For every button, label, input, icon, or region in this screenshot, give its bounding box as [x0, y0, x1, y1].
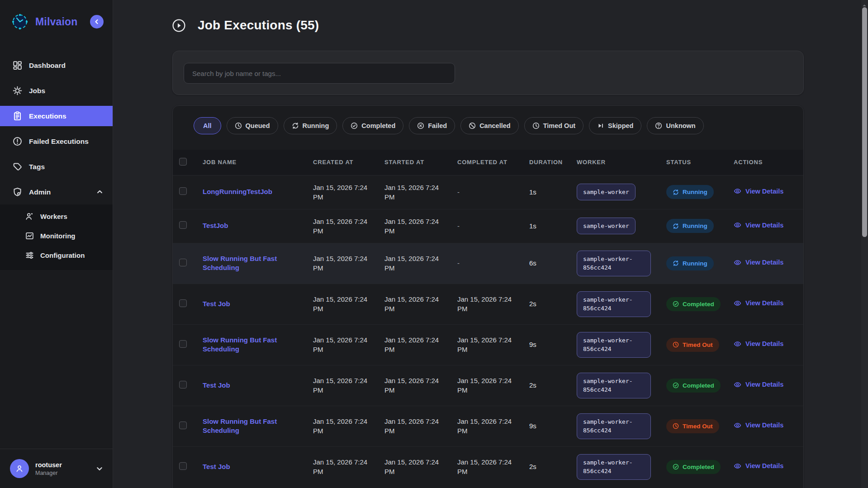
- eye-icon: [734, 221, 741, 229]
- created-at: Jan 15, 2026 7:24 PM: [313, 254, 368, 273]
- clock-icon: [235, 122, 242, 129]
- play-circle-icon: [172, 19, 186, 33]
- row-checkbox[interactable]: [179, 187, 187, 195]
- filter-chip-cancelled[interactable]: Cancelled: [460, 117, 519, 134]
- sidebar-collapse-button[interactable]: [90, 15, 104, 28]
- sidebar-item-dashboard[interactable]: Dashboard: [0, 55, 113, 76]
- eye-icon: [734, 340, 741, 348]
- row-checkbox[interactable]: [179, 381, 187, 389]
- view-details-link[interactable]: View Details: [734, 422, 783, 429]
- view-details-link[interactable]: View Details: [734, 299, 783, 307]
- sidebar-item-tags[interactable]: Tags: [0, 156, 113, 177]
- worker-badge: sample-worker: [577, 218, 636, 235]
- column-header-worker: WORKER: [577, 150, 666, 175]
- row-checkbox[interactable]: [179, 422, 187, 429]
- sidebar-item-failed-executions[interactable]: Failed Executions: [0, 131, 113, 152]
- filter-chip-running[interactable]: Running: [284, 117, 337, 134]
- created-at: Jan 15, 2026 7:24 PM: [313, 294, 368, 313]
- select-all-checkbox[interactable]: [179, 158, 187, 166]
- monitoring-icon: [25, 232, 34, 240]
- completed-at: -: [457, 259, 460, 267]
- chip-label: Failed: [428, 122, 447, 129]
- completed-at: -: [457, 188, 460, 196]
- created-at: Jan 15, 2026 7:24 PM: [313, 217, 368, 236]
- table-row: Slow Running But Fast Scheduling Jan 15,…: [173, 243, 804, 284]
- started-at: Jan 15, 2026 7:24 PM: [384, 376, 440, 395]
- chip-label: All: [203, 122, 212, 129]
- row-checkbox[interactable]: [179, 299, 187, 307]
- job-name-link[interactable]: LongRunningTestJob: [203, 187, 272, 196]
- filter-chip-queued[interactable]: Queued: [227, 117, 278, 134]
- view-details-label: View Details: [745, 381, 783, 388]
- user-info: rootuser Manager: [35, 461, 90, 476]
- sidebar-item-configuration[interactable]: Configuration: [0, 246, 113, 264]
- filter-chip-completed[interactable]: Completed: [342, 117, 403, 134]
- filter-chip-skipped[interactable]: Skipped: [589, 117, 641, 134]
- view-details-link[interactable]: View Details: [734, 187, 783, 195]
- completed-at: -: [457, 222, 460, 230]
- completed-at: Jan 15, 2026 7:24 PM: [457, 376, 512, 395]
- page-title: Job Executions (55): [198, 18, 319, 33]
- eye-icon: [734, 187, 741, 195]
- job-name-link[interactable]: Slow Running But Fast Scheduling: [203, 417, 284, 436]
- job-name-link[interactable]: Test Job: [203, 462, 230, 471]
- view-details-link[interactable]: View Details: [734, 462, 783, 470]
- status-label: Running: [683, 223, 707, 229]
- created-at: Jan 15, 2026 7:24 PM: [313, 376, 368, 395]
- job-name-link[interactable]: Slow Running But Fast Scheduling: [203, 336, 284, 354]
- view-details-label: View Details: [745, 259, 783, 266]
- status-badge: Timed Out: [666, 419, 719, 433]
- chip-label: Running: [303, 122, 329, 129]
- skip-icon: [597, 122, 604, 129]
- status-badge: Completed: [666, 379, 721, 393]
- row-checkbox[interactable]: [179, 462, 187, 470]
- created-at: Jan 15, 2026 7:24 PM: [313, 457, 368, 476]
- filter-chip-unknown[interactable]: Unknown: [647, 117, 703, 134]
- scrollbar-thumb[interactable]: [862, 7, 867, 237]
- sidebar-item-label: Tags: [29, 163, 45, 171]
- job-name-link[interactable]: Test Job: [203, 299, 230, 308]
- chip-label: Unknown: [666, 122, 695, 129]
- row-checkbox[interactable]: [179, 340, 187, 348]
- search-input[interactable]: [184, 63, 455, 84]
- x-circle-icon: [417, 122, 424, 129]
- sidebar-item-admin[interactable]: Admin: [0, 182, 113, 202]
- user-menu[interactable]: rootuser Manager: [0, 449, 113, 488]
- status-badge: Running: [666, 219, 714, 233]
- sidebar-item-monitoring[interactable]: Monitoring: [0, 227, 113, 245]
- sliders-icon: [25, 251, 34, 260]
- column-header-actions: ACTIONS: [734, 150, 804, 175]
- sidebar-item-label: Jobs: [29, 87, 45, 95]
- check-circle-icon: [673, 301, 679, 307]
- scrollbar[interactable]: [861, 0, 868, 488]
- duration: 6s: [529, 259, 536, 267]
- view-details-link[interactable]: View Details: [734, 259, 783, 266]
- row-checkbox[interactable]: [179, 221, 187, 229]
- status-label: Completed: [683, 464, 714, 470]
- view-details-link[interactable]: View Details: [734, 381, 783, 389]
- view-details-link[interactable]: View Details: [734, 340, 783, 348]
- column-header-completed-at: COMPLETED AT: [457, 150, 529, 175]
- chip-label: Completed: [361, 122, 395, 129]
- job-name-link[interactable]: Test Job: [203, 381, 230, 390]
- sidebar-item-workers[interactable]: Workers: [0, 207, 113, 225]
- alert-circle-icon: [13, 137, 22, 146]
- completed-at: Jan 15, 2026 7:24 PM: [457, 335, 512, 354]
- slash-circle-icon: [469, 122, 476, 129]
- sidebar-item-executions[interactable]: Executions: [0, 106, 113, 126]
- gear-icon: [13, 86, 22, 95]
- filter-chip-all[interactable]: All: [194, 117, 221, 134]
- row-checkbox[interactable]: [179, 259, 187, 266]
- sidebar-item-jobs[interactable]: Jobs: [0, 81, 113, 101]
- scroll-up-arrow-icon[interactable]: [862, 1, 867, 6]
- question-circle-icon: [655, 122, 662, 129]
- job-name-link[interactable]: Slow Running But Fast Scheduling: [203, 254, 284, 273]
- filter-chip-failed[interactable]: Failed: [409, 117, 455, 134]
- sidebar-item-label: Configuration: [40, 251, 85, 259]
- job-name-link[interactable]: TestJob: [203, 221, 228, 230]
- avatar: [10, 459, 29, 478]
- chip-label: Queued: [246, 122, 270, 129]
- view-details-link[interactable]: View Details: [734, 221, 783, 229]
- column-header-status: STATUS: [666, 150, 734, 175]
- filter-chip-timed-out[interactable]: Timed Out: [524, 117, 583, 134]
